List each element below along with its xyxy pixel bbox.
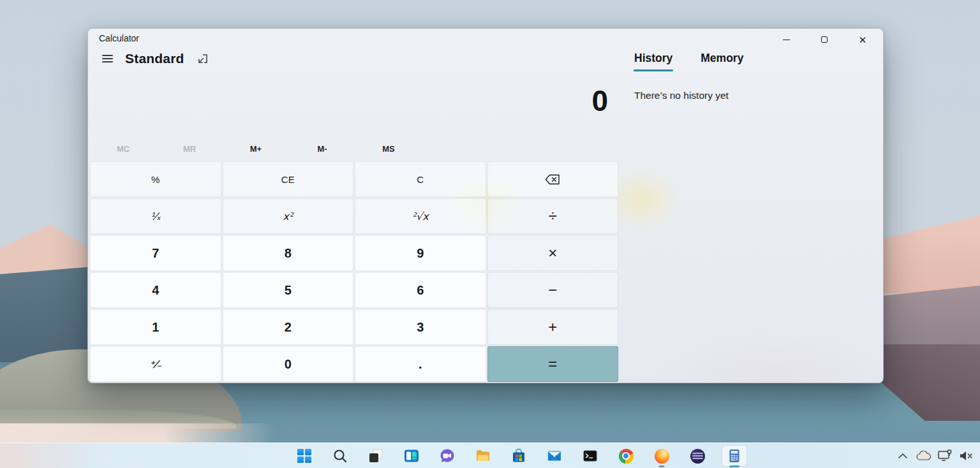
- decimal-button[interactable]: .: [355, 346, 486, 382]
- mail-icon: [547, 448, 562, 464]
- close-icon: ✕: [859, 35, 867, 45]
- onedrive-button[interactable]: [916, 447, 932, 465]
- calculator-header: Standard: [97, 49, 209, 68]
- firefox-icon: [655, 449, 669, 464]
- memory-subtract-button[interactable]: M-: [289, 138, 355, 159]
- history-empty-message: There’s no history yet: [634, 90, 729, 101]
- window-controls: ✕: [772, 30, 877, 49]
- calculator-taskbar-button[interactable]: [715, 443, 754, 468]
- digit-3-button[interactable]: 3: [355, 309, 486, 345]
- file-explorer-button[interactable]: [465, 443, 501, 468]
- task-view-button[interactable]: [358, 443, 394, 468]
- subtract-button[interactable]: −: [487, 272, 619, 308]
- memory-clear-button[interactable]: MC: [90, 138, 156, 159]
- volume-button[interactable]: [958, 447, 974, 465]
- keep-on-top-icon: [197, 53, 209, 65]
- keypad: % CE C ¹⁄ₓ x² ²√x ÷ 7 8 9 × 4 5 6 − 1 2 …: [90, 161, 618, 382]
- store-icon: [511, 448, 526, 464]
- calculator-icon: [727, 448, 742, 464]
- reciprocal-button[interactable]: ¹⁄ₓ: [90, 198, 221, 234]
- volume-muted-icon: [958, 450, 974, 462]
- calculator-window: Calculator ✕ Standard 0 MC MR M+ M- MS %…: [87, 28, 884, 383]
- task-view-icon: [368, 448, 383, 464]
- divide-button[interactable]: ÷: [487, 198, 619, 234]
- system-tray: [895, 443, 974, 468]
- memory-store-button[interactable]: MS: [355, 138, 422, 159]
- digit-9-button[interactable]: 9: [355, 235, 486, 271]
- backspace-button[interactable]: [487, 161, 619, 197]
- add-button[interactable]: +: [487, 309, 619, 345]
- square-button[interactable]: x²: [223, 198, 354, 234]
- taskbar-icons: [286, 443, 754, 468]
- negate-button[interactable]: ⁺⁄₋: [90, 346, 221, 382]
- widgets-icon: [404, 448, 419, 464]
- running-indicator: [659, 465, 665, 467]
- digit-5-button[interactable]: 5: [223, 272, 354, 308]
- chat-button[interactable]: [429, 443, 465, 468]
- digit-7-button[interactable]: 7: [90, 235, 221, 271]
- show-hidden-icons-button[interactable]: [895, 447, 911, 465]
- taskbar: [0, 442, 980, 468]
- hamburger-menu-icon: [102, 55, 113, 62]
- chrome-icon: [619, 449, 634, 464]
- digit-1-button[interactable]: 1: [90, 309, 221, 345]
- equals-button[interactable]: =: [487, 346, 619, 382]
- digit-2-button[interactable]: 2: [223, 309, 354, 345]
- memory-recall-button[interactable]: MR: [156, 138, 223, 159]
- network-button[interactable]: [937, 447, 953, 465]
- terminal-button[interactable]: [572, 443, 608, 468]
- chat-icon: [440, 448, 455, 464]
- eclipse-icon: [690, 449, 705, 464]
- window-title: Calculator: [99, 33, 139, 43]
- tab-history[interactable]: History: [634, 52, 673, 71]
- terminal-icon: [583, 448, 598, 464]
- percent-button[interactable]: %: [90, 161, 221, 197]
- wallpaper-dune-slate: [0, 267, 94, 362]
- onedrive-cloud-icon: [916, 451, 932, 461]
- active-app-highlight: [722, 445, 747, 467]
- minimize-icon: [783, 40, 790, 40]
- maximize-icon: [821, 36, 828, 43]
- chrome-button[interactable]: [608, 443, 644, 468]
- maximize-button[interactable]: [810, 30, 838, 49]
- backspace-icon: [545, 174, 560, 185]
- eclipse-button[interactable]: [679, 443, 715, 468]
- digit-6-button[interactable]: 6: [355, 272, 486, 308]
- multiply-button[interactable]: ×: [487, 235, 619, 271]
- network-display-icon: [937, 450, 953, 462]
- keep-on-top-button[interactable]: [197, 53, 209, 65]
- close-button[interactable]: ✕: [849, 30, 877, 49]
- minimize-button[interactable]: [772, 30, 800, 49]
- memory-add-button[interactable]: M+: [223, 138, 289, 159]
- firefox-button[interactable]: [644, 443, 679, 468]
- clear-entry-button[interactable]: CE: [223, 161, 354, 197]
- file-explorer-icon: [475, 448, 491, 464]
- side-panel-tabs: History Memory: [634, 52, 744, 71]
- running-indicator: [729, 465, 739, 467]
- digit-4-button[interactable]: 4: [90, 272, 221, 308]
- start-icon: [297, 448, 312, 464]
- widgets-button[interactable]: [394, 443, 429, 468]
- wallpaper-sand: [0, 423, 274, 442]
- mail-button[interactable]: [537, 443, 572, 468]
- wallpaper-ridge: [0, 224, 97, 274]
- digit-0-button[interactable]: 0: [223, 346, 354, 382]
- menu-button[interactable]: [97, 49, 117, 68]
- chevron-up-icon: [898, 453, 908, 459]
- digit-8-button[interactable]: 8: [223, 235, 354, 271]
- search-icon: [332, 448, 348, 464]
- tab-memory[interactable]: Memory: [700, 52, 744, 71]
- clear-button[interactable]: C: [355, 161, 486, 197]
- mode-title: Standard: [125, 51, 184, 66]
- square-root-button[interactable]: ²√x: [355, 198, 486, 234]
- start-button[interactable]: [286, 443, 322, 468]
- calc-display: 0: [88, 84, 618, 118]
- store-button[interactable]: [501, 443, 537, 468]
- memory-row: MC MR M+ M- MS: [90, 138, 422, 159]
- search-button[interactable]: [322, 443, 358, 468]
